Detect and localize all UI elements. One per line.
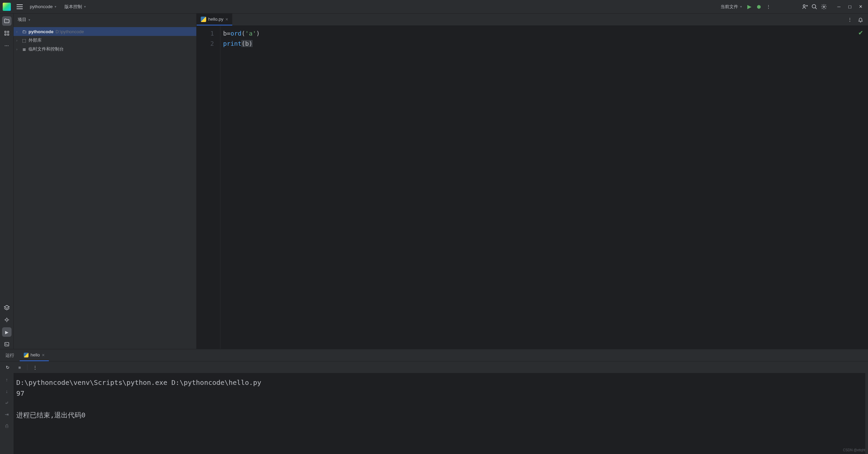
- line-number: 1: [197, 28, 214, 39]
- chevron-down-icon: ▾: [55, 5, 56, 8]
- hamburger-icon: [17, 4, 23, 9]
- svg-rect-5: [5, 34, 6, 35]
- library-icon: ⬚: [21, 38, 27, 43]
- project-panel: 项目 ▾ ›🗀pythoncodeD:\pythoncode›⬚外部库›≣临时文…: [14, 14, 197, 349]
- close-tab-icon[interactable]: ×: [225, 17, 228, 22]
- project-tree: ›🗀pythoncodeD:\pythoncode›⬚外部库›≣临时文件和控制台: [14, 26, 196, 55]
- run-tab-name: hello: [31, 352, 40, 357]
- run-toolbar: ↻ ■ ⋮: [0, 362, 868, 373]
- tree-item[interactable]: ›≣临时文件和控制台: [14, 45, 196, 54]
- editor-tab-hello[interactable]: hello.py ×: [197, 14, 232, 25]
- run-tool-button[interactable]: ▶: [2, 327, 12, 337]
- code-content[interactable]: b=ord('a')print(b): [220, 26, 868, 349]
- maximize-button[interactable]: ◻: [845, 2, 854, 12]
- watermark: CSDN @xttqht: [843, 448, 865, 452]
- project-dropdown[interactable]: pythoncode ▾: [27, 3, 59, 11]
- project-panel-title: 项目: [18, 17, 26, 23]
- run-tabs-bar: 运行 hello ×: [0, 349, 868, 362]
- print-button[interactable]: ⎙: [3, 422, 11, 430]
- chevron-down-icon: ▾: [84, 5, 86, 8]
- svg-point-0: [803, 5, 805, 7]
- terminal-tool-button[interactable]: [2, 339, 12, 349]
- editor-more-button[interactable]: ⋮: [845, 15, 854, 24]
- svg-point-2: [823, 6, 825, 7]
- run-panel: 运行 hello × ↻ ■ ⋮ ↑ ↓ ⤶ ⇥ ⎙ D:\pythoncode…: [0, 349, 868, 454]
- main-menu-button[interactable]: [15, 2, 24, 12]
- project-name: pythoncode: [30, 4, 53, 9]
- titlebar: pythoncode ▾ 版本控制 ▾ 当前文件 ▾ ▶ ⬢ ⋮ ─ ◻ ✕: [0, 0, 868, 14]
- folder-icon: 🗀: [21, 29, 27, 34]
- line-gutter: 12: [197, 26, 220, 349]
- run-more-button[interactable]: ⋮: [30, 363, 40, 372]
- project-tool-button[interactable]: [2, 16, 12, 26]
- code-line[interactable]: print(b): [223, 39, 868, 49]
- console-line: 97: [16, 388, 863, 399]
- close-run-tab-icon[interactable]: ×: [42, 352, 44, 358]
- line-number: 2: [197, 39, 214, 49]
- structure-tool-button[interactable]: [2, 28, 12, 38]
- editor-area: hello.py × ⋮ 12 b=ord('a')print(b) ✔: [197, 14, 868, 349]
- left-tool-rail: ⋯ ▶: [0, 14, 14, 349]
- editor-tabs-bar: hello.py × ⋮: [197, 14, 868, 26]
- svg-rect-6: [7, 34, 9, 35]
- console-line: [16, 399, 863, 410]
- rerun-button[interactable]: ↻: [3, 363, 12, 372]
- console-output[interactable]: D:\pythoncode\venv\Scripts\python.exe D:…: [14, 373, 865, 454]
- minimize-button[interactable]: ─: [834, 2, 844, 12]
- svg-point-8: [5, 319, 8, 321]
- tree-item[interactable]: ›⬚外部库: [14, 36, 196, 45]
- tab-filename: hello.py: [208, 17, 223, 22]
- inspection-ok-icon[interactable]: ✔: [858, 29, 863, 37]
- run-config-dropdown[interactable]: 当前文件 ▾: [718, 2, 745, 11]
- svg-marker-7: [4, 305, 9, 308]
- tree-item-label: 临时文件和控制台: [28, 46, 64, 52]
- scroll-up-button[interactable]: ↑: [3, 376, 11, 384]
- svg-point-1: [812, 4, 816, 8]
- tree-item-path: D:\pythoncode: [56, 29, 84, 34]
- python-file-icon: [201, 17, 206, 22]
- tree-expand-icon[interactable]: ›: [16, 30, 21, 34]
- search-button[interactable]: [810, 2, 819, 12]
- notifications-button[interactable]: [856, 15, 865, 24]
- tree-expand-icon[interactable]: ›: [16, 47, 21, 51]
- code-editor[interactable]: 12 b=ord('a')print(b) ✔: [197, 26, 868, 349]
- close-button[interactable]: ✕: [856, 2, 865, 12]
- console-rail: ↑ ↓ ⤶ ⇥ ⎙: [0, 373, 14, 454]
- code-line[interactable]: b=ord('a'): [223, 28, 868, 39]
- more-actions-button[interactable]: ⋮: [764, 2, 773, 12]
- python-console-tool-button[interactable]: [2, 315, 12, 325]
- tree-item-label: 外部库: [28, 37, 42, 43]
- stop-button[interactable]: ■: [15, 363, 24, 372]
- pycharm-logo-icon: [3, 3, 11, 11]
- more-tools-button[interactable]: ⋯: [2, 41, 12, 50]
- run-config-label: 当前文件: [721, 4, 738, 10]
- project-panel-header[interactable]: 项目 ▾: [14, 14, 196, 26]
- run-panel-title: 运行: [0, 349, 20, 361]
- vcs-label: 版本控制: [64, 4, 82, 10]
- tree-item[interactable]: ›🗀pythoncodeD:\pythoncode: [14, 27, 196, 36]
- svg-rect-9: [5, 343, 9, 346]
- scroll-down-button[interactable]: ↓: [3, 387, 11, 395]
- python-file-icon: [24, 353, 28, 357]
- scroll-to-end-button[interactable]: ⇥: [3, 410, 11, 418]
- tree-expand-icon[interactable]: ›: [16, 39, 21, 42]
- run-button[interactable]: ▶: [745, 2, 754, 12]
- chevron-down-icon: ▾: [740, 5, 742, 8]
- debug-button[interactable]: ⬢: [754, 2, 764, 12]
- settings-button[interactable]: [819, 2, 829, 12]
- vcs-dropdown[interactable]: 版本控制 ▾: [62, 2, 88, 11]
- tree-item-label: pythoncode: [28, 29, 54, 34]
- console-line: 进程已结束,退出代码0: [16, 410, 863, 420]
- services-tool-button[interactable]: [2, 303, 12, 312]
- chevron-down-icon: ▾: [28, 18, 30, 22]
- console-line: D:\pythoncode\venv\Scripts\python.exe D:…: [16, 377, 863, 388]
- soft-wrap-button[interactable]: ⤶: [3, 399, 11, 407]
- code-with-me-button[interactable]: [800, 2, 810, 12]
- svg-rect-4: [7, 31, 9, 33]
- svg-rect-3: [5, 31, 6, 33]
- scratch-icon: ≣: [21, 47, 27, 52]
- run-tab-hello[interactable]: hello ×: [20, 349, 49, 361]
